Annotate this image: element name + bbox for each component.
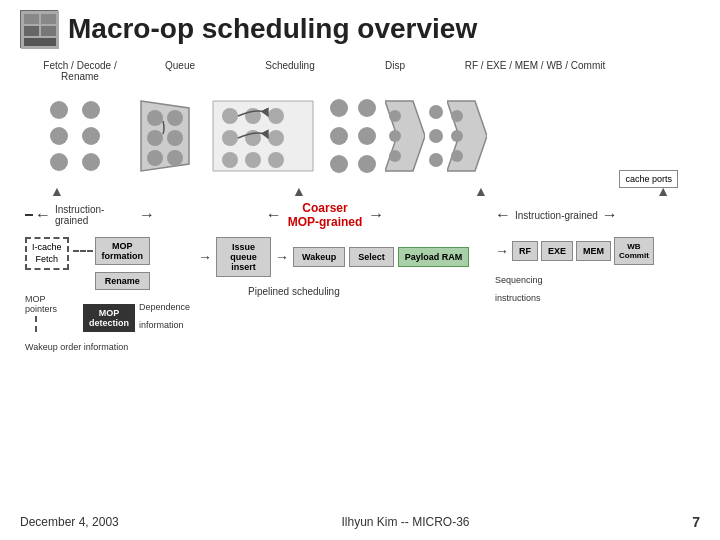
mop-grained-label: MOP-grained xyxy=(288,215,363,229)
svg-rect-1 xyxy=(24,14,39,24)
svg-point-10 xyxy=(147,150,163,166)
cache-ports-box: cache ports xyxy=(619,170,678,188)
dot xyxy=(330,127,348,145)
pipelined-label-area: Pipelined scheduling xyxy=(248,281,487,299)
rename-label: Rename xyxy=(105,276,140,286)
instruction-grained-right: Instruction-grained xyxy=(515,210,598,221)
svg-point-6 xyxy=(147,110,163,126)
wb-commit-box: WB Commit xyxy=(614,237,654,265)
left-bottom: I-cache Fetch MOP formation xyxy=(25,237,190,354)
svg-rect-5 xyxy=(24,38,56,46)
pipeline-diagram: cache ports xyxy=(20,88,700,183)
up-arrow-1: ▲ xyxy=(50,183,64,199)
mem-box: MEM xyxy=(576,241,611,261)
svg-point-22 xyxy=(389,130,401,142)
footer-date: December 4, 2003 xyxy=(20,515,119,529)
stage-label-rf: RF / EXE / MEM / WB / Commit xyxy=(435,60,635,71)
middle-bottom: → Issue queue insert → Wakeup Select Pay… xyxy=(198,237,487,354)
issue-queue-row: → Issue queue insert → Wakeup Select Pay… xyxy=(198,237,487,277)
issue-queue-label: Issue queue insert xyxy=(230,242,257,272)
icache-fetch-group: I-cache Fetch xyxy=(25,237,69,270)
page-title: Macro-op scheduling overview xyxy=(68,13,477,45)
fetch-dots xyxy=(25,96,125,176)
left-arrow-group: ← Instruction-grained → xyxy=(25,204,155,226)
mop-detection-label: MOP detection xyxy=(89,308,129,328)
up-arrow-3: ▲ xyxy=(474,183,488,199)
queue-shape xyxy=(125,96,205,176)
disp-dots xyxy=(320,89,385,183)
dep-info-label: Dependence information xyxy=(139,302,190,330)
bottom-section: I-cache Fetch MOP formation xyxy=(20,237,700,354)
svg-point-26 xyxy=(451,150,463,162)
cache-ports-label: cache ports xyxy=(625,174,672,184)
icache-fetch-box: I-cache Fetch xyxy=(25,237,69,270)
stage-label-queue: Queue xyxy=(135,60,225,71)
sequencing-area: Sequencing instructions xyxy=(495,269,695,305)
dot xyxy=(82,127,100,145)
scheduling-shape xyxy=(205,91,320,181)
up-arrows-row: ▲ ▲ ▲ ▲ xyxy=(20,183,700,199)
svg-point-19 xyxy=(245,152,261,168)
mop-detection-box: MOP detection xyxy=(83,304,135,332)
dot xyxy=(358,127,376,145)
footer-author: Ilhyun Kim -- MICRO-36 xyxy=(341,515,469,529)
stage-label-fetch: Fetch / Decode / Rename xyxy=(25,60,135,82)
svg-point-15 xyxy=(222,130,238,146)
footer-page: 7 xyxy=(692,514,700,530)
svg-point-14 xyxy=(268,108,284,124)
arrow-after-issue: → xyxy=(275,249,289,265)
slide: Macro-op scheduling overview Fetch / Dec… xyxy=(0,0,720,540)
svg-point-20 xyxy=(268,152,284,168)
title-icon xyxy=(20,10,58,48)
mop-grained-center: ← Coarser MOP-grained → xyxy=(155,201,495,229)
wakeup-label: Wakeup xyxy=(302,252,336,262)
select-label: Select xyxy=(358,252,385,262)
svg-point-17 xyxy=(268,130,284,146)
wakeup-order-label: Wakeup order information xyxy=(25,342,128,352)
dot xyxy=(429,129,443,143)
footer: December 4, 2003 Ilhyun Kim -- MICRO-36 … xyxy=(20,514,700,530)
sequencing-label: Sequencing instructions xyxy=(495,275,543,303)
mop-pointers-row: MOP pointers MOP detection Dependence in… xyxy=(25,294,190,332)
rf-label: RF xyxy=(519,246,531,256)
stage-label-scheduling: Scheduling xyxy=(225,60,355,71)
right-bottom: → RF EXE MEM WB Commit Sequencing instru… xyxy=(495,237,695,354)
svg-rect-3 xyxy=(24,26,39,36)
svg-point-21 xyxy=(389,110,401,122)
dot xyxy=(358,155,376,173)
svg-point-25 xyxy=(451,130,463,142)
dot xyxy=(358,99,376,117)
svg-point-11 xyxy=(167,150,183,166)
dot xyxy=(82,101,100,119)
up-arrow-2: ▲ xyxy=(292,183,306,199)
dot xyxy=(50,127,68,145)
rename-box-area: Rename xyxy=(95,268,151,290)
mop-pointers-area: MOP pointers xyxy=(25,294,79,332)
mop-formation-box: MOP formation xyxy=(95,237,151,265)
rename-box: Rename xyxy=(95,272,151,290)
icache-mop-area: I-cache Fetch MOP formation xyxy=(25,237,190,290)
mop-boxes: MOP formation Rename xyxy=(73,237,151,290)
icache-label: I-cache Fetch xyxy=(32,242,62,264)
pipeline-stage-labels: Fetch / Decode / Rename Queue Scheduling… xyxy=(20,60,700,82)
title-area: Macro-op scheduling overview xyxy=(20,10,700,48)
exe-box: EXE xyxy=(541,241,573,261)
granularity-row: ← Instruction-grained → ← Coarser MOP-gr… xyxy=(20,201,700,229)
stage-label-disp: Disp xyxy=(355,60,435,71)
coarser-label: Coarser xyxy=(288,201,363,215)
wb-commit-label: WB Commit xyxy=(619,242,649,260)
svg-point-12 xyxy=(222,108,238,124)
instruction-grained-left: Instruction-grained xyxy=(55,204,137,226)
exe-label: EXE xyxy=(548,246,566,256)
payload-ram-box: Payload RAM xyxy=(398,247,470,267)
right-arrow-group: ← Instruction-grained → xyxy=(495,206,695,224)
pipelined-scheduling-label: Pipelined scheduling xyxy=(248,286,340,297)
svg-point-9 xyxy=(167,130,183,146)
select-box: Select xyxy=(349,247,394,267)
issue-queue-box: Issue queue insert xyxy=(216,237,271,277)
dot xyxy=(330,155,348,173)
mop-pointers-label: MOP pointers xyxy=(25,294,79,314)
svg-rect-2 xyxy=(41,14,56,24)
dot xyxy=(50,101,68,119)
svg-point-18 xyxy=(222,152,238,168)
